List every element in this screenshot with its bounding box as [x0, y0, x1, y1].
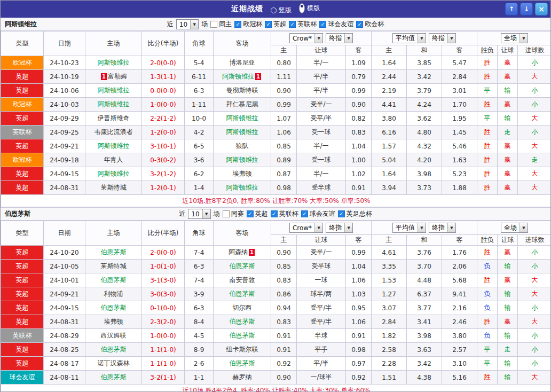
away-team: 伯恩茅斯: [214, 260, 271, 273]
avg-home-odds: 6.16: [372, 126, 407, 139]
competition-filter[interactable]: ✓英联杯: [271, 209, 298, 218]
filter-row: 伯恩茅斯近10▼场同赛✓英超✓英联杯✓球会友谊✓英足总杯: [1, 207, 550, 221]
competition-badge: 英联杯: [1, 329, 44, 343]
odds-stage-select[interactable]: 终指▼: [326, 33, 353, 43]
home-team: 阿斯顿维拉: [85, 167, 142, 181]
match-row: 英超24-09-15阿斯顿维拉3-2(1-2)6-2埃弗顿0.87半/一1.02…: [1, 167, 551, 181]
home-team: 年青人: [85, 153, 142, 167]
score-halftime: 1-1(1-0): [142, 357, 185, 371]
handicap-away-odds: 1.03: [346, 287, 372, 301]
competition-filter[interactable]: ✓球会友谊: [301, 209, 335, 218]
handicap-line: 受平/半: [297, 301, 346, 315]
odds-company-select[interactable]: Crow*▼: [289, 223, 323, 233]
home-team: 莱斯特城: [85, 260, 142, 273]
radio-horizontal-layout[interactable]: 横版: [299, 3, 320, 13]
score-halftime: 1-1(1-0): [142, 343, 185, 357]
match-date: 24-10-19: [44, 70, 85, 84]
team-name: 阿斯顿维拉: [5, 20, 37, 29]
handicap-line: 平/半: [297, 70, 346, 84]
competition-filter[interactable]: ✓英超: [265, 20, 286, 29]
competition-filter[interactable]: ✓英超: [247, 209, 268, 218]
match-count-select[interactable]: 10▼: [176, 19, 199, 29]
avg-home-odds: 1.64: [372, 56, 407, 70]
close-button[interactable]: ×: [535, 3, 548, 15]
result-handicap: 输: [498, 357, 518, 371]
handicap-away-odds: 0.95: [346, 301, 372, 315]
handicap-line: 平/半: [297, 357, 346, 371]
avg-stage-select[interactable]: 终指▼: [429, 223, 456, 233]
scope-select[interactable]: 全场▼: [501, 33, 528, 43]
match-count-select[interactable]: 10▼: [188, 209, 210, 219]
scope-select-group: 全场▼: [477, 221, 551, 235]
avg-away-odds: 1.88: [442, 181, 477, 195]
handicap-away-odds: 0.91: [346, 329, 372, 343]
avg-source-select[interactable]: 平均值▼: [392, 33, 426, 43]
same-venue-checkbox[interactable]: 同赛: [223, 209, 244, 218]
avg-away-odds: 3.10: [442, 357, 477, 371]
col-avg-away: 客: [442, 45, 477, 56]
summary-stats: 近10场,胜4平2负4, 胜率:40% 让胜率:40% 大率:30% 单率:60…: [1, 385, 551, 392]
chevron-down-icon: ▼: [447, 223, 455, 232]
result-winloss: 胜: [477, 273, 498, 287]
match-date: 24-10-05: [44, 260, 85, 273]
competition-filter[interactable]: ✓球会友谊: [319, 20, 353, 29]
handicap-line: 平/半: [297, 84, 346, 98]
away-team: 阿斯顿维拉: [214, 153, 271, 167]
avg-away-odds: 2.84: [442, 70, 477, 84]
score-halftime: 1-2(0-0): [142, 126, 185, 139]
avg-stage-select[interactable]: 终指▼: [429, 33, 456, 43]
handicap-home-odds: 0.92: [271, 357, 297, 371]
competition-filter[interactable]: ✓英联杯: [289, 20, 317, 29]
competition-filter[interactable]: ✓欧会杯: [356, 20, 384, 29]
result-winloss: 胜: [477, 315, 498, 329]
same-venue-checkbox[interactable]: 同主: [210, 20, 232, 29]
header-select-row: 类型日期主场比分(半场)角球客场Crow*▼终指▼平均值▼终指▼全场▼: [1, 221, 551, 235]
avg-draw-odds: 4.20: [407, 153, 442, 167]
radio-vertical-layout[interactable]: 竖版: [271, 6, 292, 15]
filter-controls: 近10▼场同赛✓英超✓英联杯✓球会友谊✓英足总杯: [179, 209, 372, 219]
result-winloss: 胜: [477, 167, 498, 181]
competition-badge: 英超: [1, 343, 44, 357]
avg-source-select[interactable]: 平均值▼: [392, 223, 426, 233]
move-down-button[interactable]: ↓: [520, 3, 533, 15]
avg-away-odds: 5.68: [442, 273, 477, 287]
avg-draw-odds: 3.63: [407, 343, 442, 357]
avg-select-group: 平均值▼终指▼: [372, 221, 477, 235]
handicap-away-odds: 1.06: [346, 273, 372, 287]
competition-badge: 英超: [1, 84, 44, 98]
result-goals: 小: [518, 260, 551, 273]
corner-score: 3-6: [185, 153, 214, 167]
avg-home-odds: 2.44: [372, 70, 407, 84]
match-row: 欧冠杯24-10-23阿斯顿维拉2-0(0-0)5-4博洛尼亚0.80半/一1.…: [1, 56, 551, 70]
handicap-line: 平手: [297, 343, 346, 357]
result-winloss: 负: [477, 260, 498, 273]
competition-filter[interactable]: ✓欧冠杯: [234, 20, 262, 29]
scope-select[interactable]: 全场▼: [501, 223, 528, 233]
handicap-home-odds: 0.83: [271, 315, 297, 329]
avg-home-odds: 3.35: [372, 260, 407, 273]
avg-draw-odds: 3.70: [407, 260, 442, 273]
avg-draw-odds: 3.76: [407, 246, 442, 260]
result-handicap: 赢: [498, 246, 518, 260]
avg-draw-odds: 3.77: [407, 301, 442, 315]
match-date: 24-09-29: [44, 112, 85, 126]
move-up-button[interactable]: ↑: [505, 3, 518, 15]
odds-stage-select[interactable]: 终指▼: [326, 223, 353, 233]
odds-company-select[interactable]: Crow*▼: [289, 33, 323, 43]
avg-draw-odds: 3.42: [407, 357, 442, 371]
competition-filter[interactable]: ✓英足总杯: [338, 209, 372, 218]
handicap-home-odds: 1.06: [271, 126, 297, 139]
handicap-away-odds: 1.09: [346, 56, 372, 70]
result-goals: 小: [518, 357, 551, 371]
result-winloss: 负: [477, 287, 498, 301]
match-date: 24-08-29: [44, 329, 85, 343]
match-row: 英超24-10-191富勒姆1-3(1-1)6-11阿斯顿维拉11.11平/半0…: [1, 70, 551, 84]
away-team: 阿斯顿维拉: [214, 112, 271, 126]
avg-home-odds: 2.58: [372, 343, 407, 357]
avg-away-odds: 1.70: [442, 98, 477, 112]
home-team: 阿斯顿维拉: [85, 56, 142, 70]
handicap-home-odds: 0.87: [271, 167, 297, 181]
home-team: 伯恩茅斯: [85, 273, 142, 287]
corner-score: 8-9: [185, 343, 214, 357]
score-halftime: 1-0(0-0): [142, 98, 185, 112]
